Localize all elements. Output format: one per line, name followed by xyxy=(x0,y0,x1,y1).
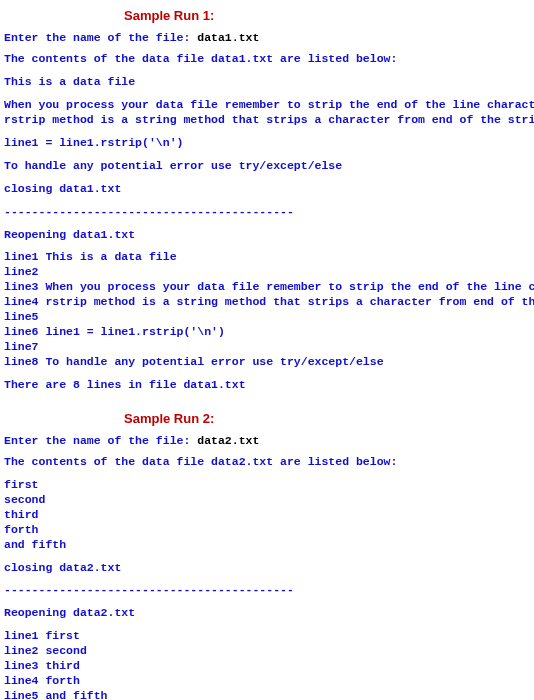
para-2a: When you process your data file remember… xyxy=(4,98,530,113)
line-1: line1 This is a data file xyxy=(4,250,530,265)
closing-2: closing data2.txt xyxy=(4,561,530,576)
c3: third xyxy=(4,508,530,523)
c5: and fifth xyxy=(4,538,530,553)
para-2b: rstrip method is a string method that st… xyxy=(4,113,530,128)
line-7: line7 xyxy=(4,340,530,355)
r2-line-1: line1 first xyxy=(4,629,530,644)
c2: second xyxy=(4,493,530,508)
contents-header-2: The contents of the data file data2.txt … xyxy=(4,455,530,470)
heading-sample-run-2: Sample Run 2: xyxy=(124,411,530,426)
c1: first xyxy=(4,478,530,493)
prompt-text: Enter the name of the file: xyxy=(4,31,197,44)
line-8: line8 To handle any potential error use … xyxy=(4,355,530,370)
line-2: line2 xyxy=(4,265,530,280)
contents-header-1: The contents of the data file data1.txt … xyxy=(4,52,530,67)
reopening-2: Reopening data2.txt xyxy=(4,606,530,621)
line-3: line3 When you process your data file re… xyxy=(4,280,530,295)
para-3: To handle any potential error use try/ex… xyxy=(4,159,530,174)
para-1: This is a data file xyxy=(4,75,530,90)
separator-1: ----------------------------------------… xyxy=(4,205,530,220)
count-1: There are 8 lines in file data1.txt xyxy=(4,378,530,393)
r2-line-5: line5 and fifth xyxy=(4,689,530,700)
r2-line-4: line4 forth xyxy=(4,674,530,689)
user-input-1: data1.txt xyxy=(197,31,259,44)
r2-line-3: line3 third xyxy=(4,659,530,674)
prompt-text-2: Enter the name of the file: xyxy=(4,434,197,447)
prompt-line-2: Enter the name of the file: data2.txt xyxy=(4,434,530,447)
reopening-1: Reopening data1.txt xyxy=(4,228,530,243)
r2-line-2: line2 second xyxy=(4,644,530,659)
closing-1: closing data1.txt xyxy=(4,182,530,197)
prompt-line-1: Enter the name of the file: data1.txt xyxy=(4,31,530,44)
c4: forth xyxy=(4,523,530,538)
heading-sample-run-1: Sample Run 1: xyxy=(124,8,530,23)
separator-2: ----------------------------------------… xyxy=(4,583,530,598)
line-5: line5 xyxy=(4,310,530,325)
line-6: line6 line1 = line1.rstrip('\n') xyxy=(4,325,530,340)
line-4: line4 rstrip method is a string method t… xyxy=(4,295,530,310)
user-input-2: data2.txt xyxy=(197,434,259,447)
code-line-1: line1 = line1.rstrip('\n') xyxy=(4,136,530,151)
